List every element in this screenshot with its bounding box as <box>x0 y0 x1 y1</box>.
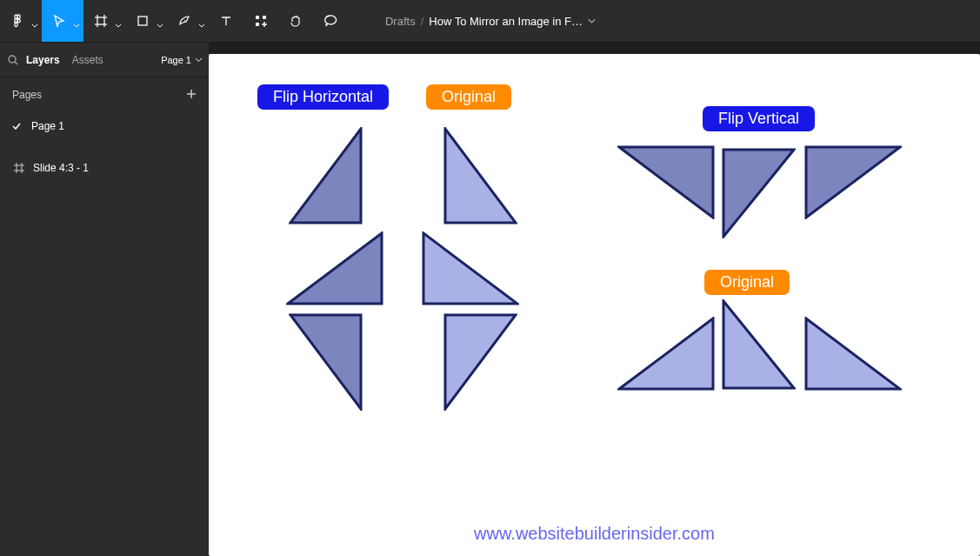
chevron-down-icon <box>198 23 205 30</box>
svg-rect-10 <box>256 16 259 19</box>
layer-row[interactable]: Slide 4:3 - 1 <box>7 154 202 182</box>
triangle-shape <box>289 127 363 224</box>
pen-tool-button[interactable] <box>167 0 209 42</box>
svg-marker-24 <box>445 315 516 409</box>
svg-marker-28 <box>619 318 713 389</box>
svg-marker-30 <box>806 318 900 389</box>
triangle-shape <box>722 148 796 238</box>
page-row[interactable]: Page 1 <box>0 112 209 140</box>
figma-logo-icon <box>10 14 24 28</box>
comment-icon <box>323 14 337 28</box>
chevron-down-icon <box>31 23 38 30</box>
move-tool-button[interactable] <box>42 0 83 42</box>
resources-icon <box>254 14 268 28</box>
chevron-down-icon <box>73 23 80 30</box>
plus-icon <box>186 89 197 99</box>
pen-icon <box>177 14 191 28</box>
svg-marker-19 <box>290 129 361 223</box>
comment-tool-button[interactable] <box>313 0 348 42</box>
slide: Flip Horizontal Original Flip Vertical O… <box>209 54 980 556</box>
frame-icon <box>14 163 24 173</box>
svg-marker-23 <box>423 233 517 304</box>
breadcrumb-separator: / <box>421 15 424 28</box>
frame-icon <box>94 14 108 28</box>
svg-rect-1 <box>17 15 20 19</box>
tab-layers[interactable]: Layers <box>26 54 60 66</box>
svg-rect-8 <box>138 17 147 25</box>
tab-assets[interactable]: Assets <box>72 54 103 66</box>
triangle-shape <box>443 127 517 224</box>
chevron-down-icon <box>195 57 202 64</box>
svg-line-14 <box>15 62 17 64</box>
add-page-button[interactable] <box>186 89 197 102</box>
triangle-shape <box>804 145 902 219</box>
page-selector-label: Page 1 <box>161 55 191 65</box>
svg-marker-26 <box>723 150 794 237</box>
label-flip-horizontal: Flip Horizontal <box>257 84 389 110</box>
svg-marker-22 <box>445 129 516 223</box>
text-icon <box>219 14 233 28</box>
document-title[interactable]: Drafts / How To Mirror an Image in F… <box>385 0 595 42</box>
chevron-down-icon <box>115 23 122 30</box>
figma-menu-button[interactable] <box>0 0 42 42</box>
check-icon <box>12 120 23 132</box>
svg-marker-20 <box>288 233 382 304</box>
pages-header-label: Pages <box>12 89 42 101</box>
search-icon[interactable] <box>7 54 19 66</box>
triangle-shape <box>617 145 715 219</box>
text-tool-button[interactable] <box>209 0 243 42</box>
triangle-shape <box>443 313 517 411</box>
triangle-shape <box>422 231 519 305</box>
triangle-shape <box>617 317 715 391</box>
cursor-icon <box>52 14 66 28</box>
page-selector[interactable]: Page 1 <box>161 55 202 65</box>
rectangle-icon <box>136 14 150 28</box>
canvas-frame[interactable]: Flip Horizontal Original Flip Vertical O… <box>209 54 980 556</box>
svg-rect-12 <box>256 23 259 26</box>
triangle-shape <box>804 317 902 391</box>
pages-header: Pages <box>0 77 209 112</box>
svg-point-9 <box>184 20 186 22</box>
breadcrumb-filename[interactable]: How To Mirror an Image in F… <box>429 15 583 28</box>
triangle-shape <box>722 299 796 390</box>
chevron-down-icon <box>157 23 163 30</box>
canvas-viewport[interactable]: Flip Horizontal Original Flip Vertical O… <box>209 42 980 556</box>
hand-tool-button[interactable] <box>278 0 313 42</box>
svg-marker-25 <box>619 147 713 218</box>
top-toolbar: Drafts / How To Mirror an Image in F… <box>0 0 980 42</box>
frame-tool-button[interactable] <box>83 0 125 42</box>
svg-rect-11 <box>263 16 266 19</box>
shape-tool-button[interactable] <box>125 0 167 42</box>
triangle-shape <box>286 231 383 305</box>
label-flip-vertical: Flip Vertical <box>703 106 815 131</box>
hand-icon <box>289 14 303 28</box>
svg-marker-21 <box>290 315 361 409</box>
label-original-2: Original <box>704 270 790 295</box>
svg-rect-3 <box>15 19 17 23</box>
footer-url: www.websitebuilderinsider.com <box>474 524 715 544</box>
svg-marker-27 <box>806 147 900 218</box>
svg-point-13 <box>9 56 16 63</box>
triangle-shape <box>289 313 363 411</box>
breadcrumb-drafts[interactable]: Drafts <box>385 15 416 28</box>
label-original-1: Original <box>426 84 511 110</box>
page-name: Page 1 <box>31 120 64 132</box>
chevron-down-icon[interactable] <box>588 17 595 24</box>
resources-tool-button[interactable] <box>243 0 278 42</box>
left-sidebar: Layers Assets Page 1 Pages Page 1 <box>0 42 209 556</box>
layer-name: Slide 4:3 - 1 <box>33 162 89 174</box>
svg-marker-29 <box>723 301 794 388</box>
